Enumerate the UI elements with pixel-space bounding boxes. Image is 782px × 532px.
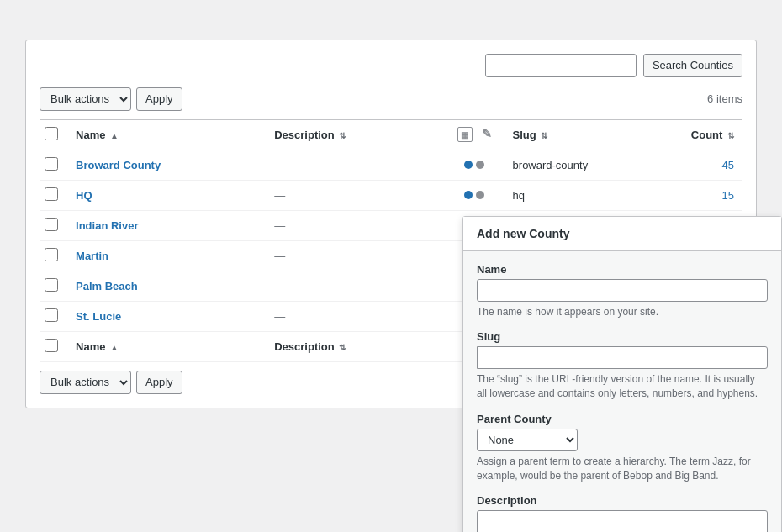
add-county-panel: Add new County Name The name is how it a…: [462, 216, 782, 533]
row-desc-cell: —: [266, 240, 445, 271]
th-check: [40, 119, 67, 150]
row-slug-value: broward-county: [513, 159, 589, 171]
slug-prefix-wrapper: [477, 346, 768, 369]
slug-label: Slug: [477, 330, 768, 343]
parent-select[interactable]: None: [477, 429, 578, 451]
row-desc-cell: —: [266, 180, 445, 210]
row-name-link[interactable]: Palm Beach: [76, 280, 138, 292]
table-row: HQ — hq 15: [40, 180, 742, 210]
row-icons-cell: [445, 150, 505, 180]
slug-input[interactable]: [477, 346, 768, 369]
row-desc-value: —: [274, 159, 285, 171]
table-row: Broward County — broward-county 45: [40, 150, 742, 180]
row-name-cell: St. Lucie: [67, 301, 266, 331]
row-desc-value: —: [274, 219, 285, 232]
parent-label: Parent County: [477, 413, 768, 425]
th-description[interactable]: Description ⇅: [266, 119, 445, 150]
row-slug-cell: broward-county: [505, 150, 663, 180]
top-toolbar: Bulk actions Apply 6 items: [40, 87, 742, 111]
row-name-link[interactable]: HQ: [76, 189, 92, 202]
name-label: Name: [477, 263, 768, 276]
row-checkbox[interactable]: [45, 187, 58, 201]
row-name-link[interactable]: Indian River: [76, 219, 138, 232]
row-desc-cell: —: [266, 301, 445, 331]
pencil-icon: ✎: [482, 127, 492, 140]
row-desc-cell: —: [266, 210, 445, 240]
row-checkbox[interactable]: [45, 308, 58, 322]
dot-blue-icon: [464, 161, 473, 169]
row-check-cell: [40, 150, 67, 180]
row-checkbox[interactable]: [45, 218, 58, 231]
row-status-icons: [453, 191, 496, 199]
row-check-cell: [40, 301, 67, 331]
row-desc-value: —: [274, 189, 285, 202]
search-input[interactable]: [485, 54, 637, 77]
th-slug[interactable]: Slug ⇅: [505, 119, 663, 150]
row-check-cell: [40, 271, 67, 301]
parent-county-field: Parent County None Assign a parent term …: [477, 413, 768, 483]
dot-blue-icon: [464, 191, 473, 199]
row-count-cell: 45: [663, 150, 743, 180]
apply-button[interactable]: Apply: [136, 87, 182, 111]
row-check-cell: [40, 180, 67, 210]
row-name-cell: Broward County: [67, 150, 266, 180]
dot-gray-icon: [476, 161, 484, 169]
slug-hint: The “slug” is the URL-friendly version o…: [477, 372, 768, 401]
select-all-checkbox[interactable]: [45, 127, 58, 140]
sort-count-icon: ⇅: [727, 131, 734, 140]
row-check-cell: [40, 240, 67, 271]
footer-check: [40, 331, 67, 361]
sort-name-icon: ▲: [110, 131, 119, 140]
dot-gray-icon: [476, 191, 484, 199]
row-name-cell: Martin: [67, 240, 266, 271]
th-name[interactable]: Name ▲: [67, 119, 266, 150]
row-checkbox[interactable]: [45, 248, 58, 261]
footer-desc-header[interactable]: Description ⇅: [266, 331, 445, 361]
row-name-cell: HQ: [67, 180, 266, 210]
footer-sort-desc: ⇅: [339, 343, 346, 352]
bottom-apply-button[interactable]: Apply: [136, 371, 182, 394]
row-name-link[interactable]: St. Lucie: [76, 310, 121, 323]
row-desc-value: —: [274, 280, 285, 292]
search-counties-button[interactable]: Search Counties: [643, 54, 742, 77]
bulk-actions-select[interactable]: Bulk actions: [40, 87, 131, 111]
description-field: Description The description is not promi…: [477, 494, 768, 532]
grid-icon: ▦: [457, 127, 473, 142]
row-checkbox[interactable]: [45, 278, 58, 292]
add-panel-title: Add new County: [463, 217, 781, 251]
toolbar-left: Bulk actions Apply: [40, 87, 182, 111]
row-desc-value: —: [274, 310, 285, 323]
row-count-value: 15: [722, 189, 734, 202]
row-checkbox[interactable]: [45, 157, 58, 171]
row-name-cell: Indian River: [67, 210, 266, 240]
sort-slug-icon: ⇅: [541, 131, 547, 140]
name-field: Name The name is how it appears on your …: [477, 263, 768, 319]
row-slug-value: hq: [513, 189, 525, 202]
th-count[interactable]: Count ⇅: [663, 119, 743, 150]
bottom-bulk-actions-select[interactable]: Bulk actions: [40, 371, 131, 394]
footer-name-header[interactable]: Name ▲: [67, 331, 266, 361]
slug-field: Slug The “slug” is the URL-friendly vers…: [477, 330, 768, 401]
row-desc-cell: —: [266, 150, 445, 180]
footer-checkbox[interactable]: [45, 339, 58, 352]
name-input[interactable]: [477, 279, 768, 302]
row-name-cell: Palm Beach: [67, 271, 266, 301]
add-panel-body: Name The name is how it appears on your …: [463, 251, 781, 533]
row-slug-cell: hq: [505, 180, 663, 210]
search-bar: Search Counties: [40, 54, 742, 77]
row-desc-value: —: [274, 250, 285, 262]
footer-sort-name: ▲: [110, 343, 119, 352]
row-count-cell: 15: [663, 180, 743, 210]
th-icons: ▦ ✎: [445, 119, 505, 150]
row-status-icons: [453, 161, 496, 169]
name-hint: The name is how it appears on your site.: [477, 305, 768, 319]
row-name-link[interactable]: Broward County: [76, 159, 161, 171]
row-count-value: 45: [722, 159, 734, 171]
row-name-link[interactable]: Martin: [76, 250, 108, 262]
parent-hint: Assign a parent term to create a hierarc…: [477, 455, 768, 483]
description-textarea[interactable]: [477, 510, 768, 532]
sort-desc-icon: ⇅: [339, 131, 346, 140]
row-desc-cell: —: [266, 271, 445, 301]
row-icons-cell: [445, 180, 505, 210]
row-check-cell: [40, 210, 67, 240]
